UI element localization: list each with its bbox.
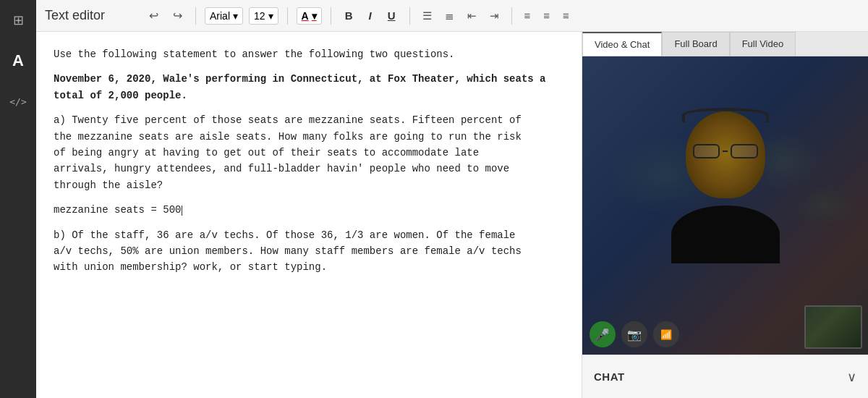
align-center-button[interactable]: ≡ bbox=[540, 7, 553, 25]
text-color-button[interactable]: A ▾ bbox=[297, 7, 322, 25]
content-row: Use the following statement to answer th… bbox=[36, 32, 868, 398]
separator-5 bbox=[511, 7, 512, 25]
headphones bbox=[682, 108, 769, 122]
editor-mezzanine-line: mezzanine seats = 500 bbox=[54, 202, 564, 218]
bold-button[interactable]: B bbox=[340, 7, 358, 24]
editor-line-1: Use the following statement to answer th… bbox=[54, 46, 564, 62]
editor-line-2: November 6, 2020, Wale's performing in C… bbox=[54, 71, 564, 103]
person-torso bbox=[671, 206, 780, 263]
list-ordered-button[interactable]: ≣ bbox=[441, 7, 458, 25]
video-thumbnail bbox=[804, 305, 862, 349]
tab-full-board[interactable]: Full Board bbox=[662, 32, 729, 56]
separator-2 bbox=[287, 7, 288, 25]
toolbar: Text editor ↩ ↪ Arial ▾ 12 ▾ A ▾ B I U ☰… bbox=[36, 0, 868, 32]
video-tabs: Video & Chat Full Board Full Video bbox=[582, 32, 868, 56]
sidebar: ⊞ A </> bbox=[0, 0, 36, 398]
list-unordered-button[interactable]: ☰ bbox=[419, 7, 435, 25]
text-cursor bbox=[182, 206, 182, 216]
font-size-select[interactable]: 12 ▾ bbox=[249, 7, 278, 25]
tab-full-video[interactable]: Full Video bbox=[730, 32, 796, 56]
video-controls: 🎤 📷 📶 bbox=[590, 321, 679, 347]
chat-label: CHAT bbox=[594, 371, 847, 383]
stats-button[interactable]: 📶 bbox=[653, 321, 679, 347]
grid-icon[interactable]: ⊞ bbox=[5, 7, 31, 33]
indent-right-button[interactable]: ⇥ bbox=[486, 7, 503, 25]
chat-section[interactable]: CHAT ∨ bbox=[582, 355, 868, 398]
undo-button[interactable]: ↩ bbox=[145, 6, 163, 25]
main-area: Text editor ↩ ↪ Arial ▾ 12 ▾ A ▾ B I U ☰… bbox=[36, 0, 868, 398]
underline-button[interactable]: U bbox=[383, 7, 401, 24]
separator-1 bbox=[195, 7, 196, 25]
font-family-select[interactable]: Arial ▾ bbox=[205, 7, 243, 25]
text-a-icon[interactable]: A bbox=[5, 48, 31, 74]
camera-button[interactable]: 📷 bbox=[621, 321, 647, 347]
align-left-button[interactable]: ≡ bbox=[521, 7, 535, 25]
separator-3 bbox=[331, 7, 331, 25]
align-right-button[interactable]: ≡ bbox=[559, 7, 573, 25]
redo-button[interactable]: ↪ bbox=[169, 6, 187, 25]
thumbnail-content bbox=[806, 307, 861, 347]
indent-left-button[interactable]: ⇤ bbox=[464, 7, 480, 25]
mic-button[interactable]: 🎤 bbox=[590, 321, 616, 347]
editor-area[interactable]: Use the following statement to answer th… bbox=[36, 32, 582, 398]
editor-paragraph-a: a) Twenty five percent of those seats ar… bbox=[54, 112, 564, 193]
right-panel: Video & Chat Full Board Full Video bbox=[582, 32, 868, 398]
video-container: 🎤 📷 📶 bbox=[582, 56, 868, 355]
editor-paragraph-b: b) Of the staff, 36 are a/v techs. Of th… bbox=[54, 227, 564, 276]
italic-button[interactable]: I bbox=[364, 7, 377, 24]
chat-chevron-icon: ∨ bbox=[847, 369, 856, 385]
person-glasses bbox=[693, 144, 758, 158]
separator-4 bbox=[409, 7, 410, 25]
code-icon[interactable]: </> bbox=[5, 88, 31, 114]
page-title: Text editor bbox=[45, 8, 132, 23]
tab-video-chat[interactable]: Video & Chat bbox=[582, 32, 662, 56]
